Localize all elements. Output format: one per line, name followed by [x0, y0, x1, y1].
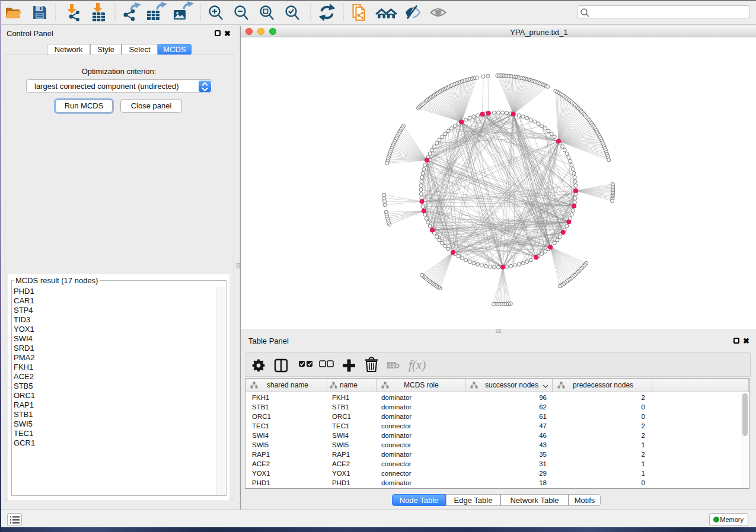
svg-text:f(x): f(x) [409, 358, 426, 372]
